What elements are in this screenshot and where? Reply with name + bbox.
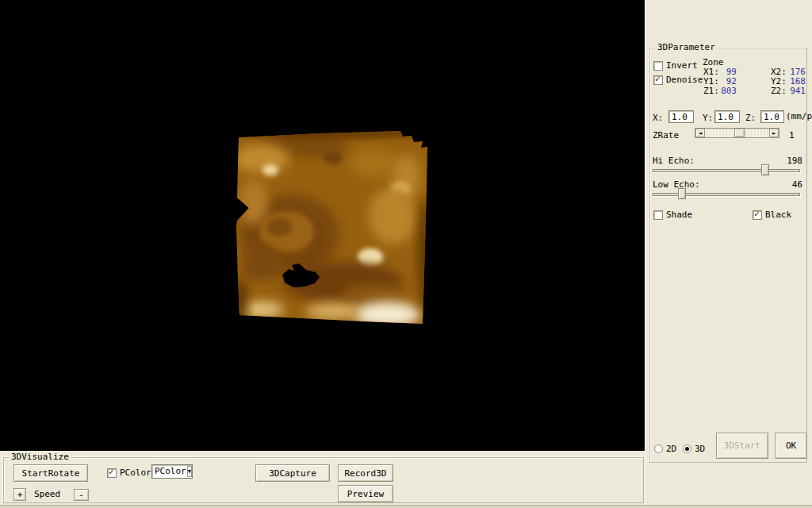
start-rotate-button[interactable]: StartRotate bbox=[13, 464, 88, 482]
parameter-panel: 3DParameter ✓ Invert ✓ Denoise Zone X1: … bbox=[645, 0, 812, 508]
check-icon: ✓ bbox=[655, 74, 661, 84]
denoise-label: Denoise bbox=[666, 75, 703, 85]
window-bottom-edge bbox=[0, 505, 812, 508]
ok-button[interactable]: OK bbox=[775, 433, 807, 459]
mode-2d-label: 2D bbox=[666, 444, 676, 454]
chevron-down-icon[interactable]: ▼ bbox=[187, 466, 192, 477]
pcolor-dropdown-value: PColor bbox=[152, 466, 186, 477]
visualize-group-title: 3DVisualize bbox=[9, 452, 71, 462]
zrate-label: ZRate bbox=[653, 131, 679, 140]
zone-z2-value: 941 bbox=[782, 87, 806, 96]
mode-3d-label: 3D bbox=[695, 444, 705, 454]
scale-unit-label: (mm/p) bbox=[786, 112, 812, 121]
speed-minus-button[interactable]: - bbox=[74, 489, 89, 501]
mode-2d-radio[interactable] bbox=[654, 444, 663, 453]
scale-x-label: X: bbox=[653, 114, 663, 123]
3d-render bbox=[0, 0, 645, 451]
invert-label: Invert bbox=[666, 61, 698, 71]
render-bright-glow bbox=[354, 302, 420, 327]
low-echo-track[interactable] bbox=[653, 193, 800, 196]
radio-dot-icon bbox=[685, 447, 689, 451]
shade-checkbox[interactable]: ✓ bbox=[653, 210, 663, 220]
invert-checkbox[interactable]: ✓ bbox=[653, 61, 663, 71]
scale-y-label: Y: bbox=[703, 114, 713, 123]
shade-label: Shade bbox=[666, 210, 692, 220]
speed-label: Speed bbox=[34, 490, 60, 499]
black-checkbox[interactable]: ✓ bbox=[753, 210, 762, 220]
low-echo-thumb[interactable] bbox=[678, 188, 686, 199]
hi-echo-track[interactable] bbox=[653, 169, 800, 172]
check-icon: ✓ bbox=[109, 467, 114, 477]
3dstart-button[interactable]: 3DStart bbox=[716, 433, 768, 459]
black-label: Black bbox=[765, 210, 791, 220]
mode-3d-radio[interactable] bbox=[683, 444, 691, 453]
hi-echo-slider[interactable] bbox=[653, 164, 800, 175]
pcolor-label: PColor bbox=[120, 468, 151, 478]
zrate-right-arrow-icon[interactable]: ► bbox=[769, 129, 779, 137]
parameter-groupbox: 3DParameter ✓ Invert ✓ Denoise Zone X1: … bbox=[649, 48, 807, 463]
visualize-groupbox: 3DVisualize StartRotate + Speed - ✓ PCol… bbox=[3, 457, 644, 503]
zrate-left-arrow-icon[interactable]: ◄ bbox=[695, 129, 705, 137]
hi-echo-thumb[interactable] bbox=[761, 164, 769, 175]
zrate-value: 1 bbox=[789, 131, 795, 140]
low-echo-slider[interactable] bbox=[653, 188, 800, 199]
scale-y-input[interactable] bbox=[714, 110, 740, 123]
3d-viewport[interactable] bbox=[0, 0, 645, 451]
scale-x-input[interactable] bbox=[668, 110, 694, 123]
zrate-thumb[interactable] bbox=[734, 129, 745, 137]
parameter-group-title: 3DParameter bbox=[655, 43, 718, 52]
application-window: 3DParameter ✓ Invert ✓ Denoise Zone X1: … bbox=[0, 0, 812, 508]
3dcapture-button[interactable]: 3DCapture bbox=[255, 464, 330, 482]
speed-plus-button[interactable]: + bbox=[13, 488, 26, 501]
preview-button[interactable]: Preview bbox=[338, 485, 393, 502]
scale-z-label: Z: bbox=[745, 114, 756, 123]
check-icon: ✓ bbox=[754, 209, 760, 219]
record3d-button[interactable]: Record3D bbox=[338, 464, 393, 482]
zone-z1-value: 803 bbox=[713, 87, 737, 96]
denoise-checkbox[interactable]: ✓ bbox=[653, 75, 663, 85]
pcolor-checkbox[interactable]: ✓ bbox=[107, 468, 117, 478]
visualize-panel: 3DVisualize StartRotate + Speed - ✓ PCol… bbox=[0, 451, 645, 508]
scale-z-input[interactable] bbox=[760, 110, 784, 123]
zrate-scrollbar[interactable]: ◄ ► bbox=[695, 128, 779, 138]
pcolor-dropdown[interactable]: PColor ▼ bbox=[151, 464, 193, 479]
